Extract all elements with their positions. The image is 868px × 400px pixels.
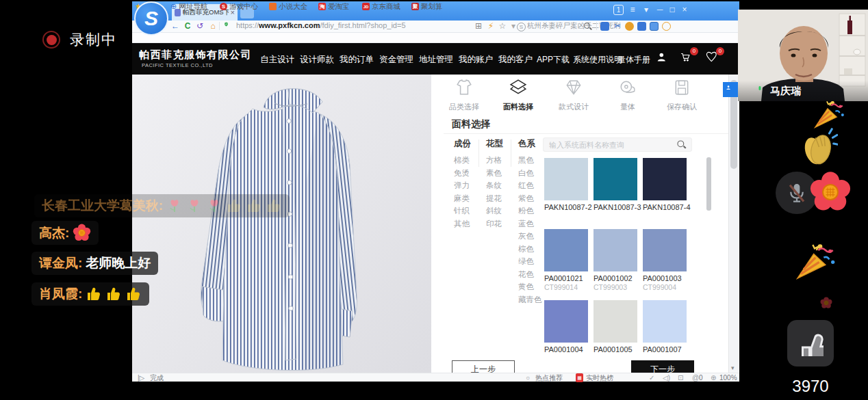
recording-dot-icon [42,31,60,49]
step-measure[interactable]: 量体 [600,79,655,112]
taobao-icon: 淘 [318,3,326,10]
filter-item[interactable]: 麻类 [454,192,471,205]
filter-item[interactable]: 红色 [518,179,542,192]
zoom-icon[interactable]: ⊕ [711,373,716,382]
nav-orders[interactable]: 我的订单 [340,54,374,66]
fabric-list-scrollbar[interactable] [706,157,711,211]
bookmark-games[interactable]: S游戏中心 [220,1,258,12]
filter-item[interactable]: 绿色 [518,255,542,268]
key-icon[interactable] [625,22,634,31]
fabric-swatch[interactable]: PA0001007 [643,300,687,354]
home-icon[interactable]: ⌂ [207,20,218,33]
status-hot-recommend[interactable]: 热点推荐 [535,373,563,382]
bookmark-jd[interactable]: JD京东商城 [362,1,400,12]
company-logo[interactable]: 帕西菲克服饰有限公司 [139,49,252,62]
fabric-search-icon[interactable] [677,140,686,149]
filter-item[interactable]: 提花 [486,192,503,205]
nav-designer[interactable]: 设计师款 [300,54,334,66]
filter-item[interactable]: 藏青色 [518,293,542,306]
check-icon[interactable]: ✓ [649,373,654,382]
filter-item[interactable]: 方格 [486,154,503,167]
link-measure-guide[interactable]: 量体手册 [617,54,650,66]
box-icon[interactable]: ⊡ [678,373,683,382]
minimize-button[interactable]: ─ [654,5,666,14]
shirt-3d-viewer[interactable] [132,75,431,373]
user-icon[interactable] [656,51,669,65]
close-button[interactable]: × [678,5,691,14]
undo-icon[interactable]: ↺ [194,20,205,33]
browser-menu-icon[interactable]: ≡ [626,5,639,14]
thumbs-up-emoji [266,198,282,214]
link-manual[interactable]: 系统使用说明 [573,54,622,66]
filter-item[interactable]: 粉色 [518,204,542,217]
bookmark-juhuasuan[interactable]: 聚聚划算 [411,1,443,12]
nav-account[interactable]: 我的账户 [459,54,493,66]
filter-composition: 成份 棉类 免烫 弹力 麻类 针织 其他 [454,138,471,230]
filter-item[interactable]: 条纹 [486,179,503,192]
filter-item[interactable]: 针织 [454,204,471,217]
filter-item[interactable]: 免烫 [454,167,471,180]
fabric-swatch[interactable]: PA0001004 [544,300,588,354]
back-icon[interactable]: ← [170,20,181,33]
nav-funds[interactable]: 资金管理 [379,54,413,66]
fabric-swatch[interactable]: PA0001002 CT999003 [593,229,637,291]
speaker-icon[interactable]: ◁) [663,373,670,382]
step-fabric[interactable]: 面料选择 [491,79,546,112]
filter-item[interactable]: 灰色 [518,230,542,243]
qr-grid-icon[interactable]: ⊞ [473,20,484,33]
scroll-down-icon[interactable]: ▾ [731,364,735,371]
maximize-button[interactable]: □ [666,5,678,14]
refresh-icon[interactable]: C [182,20,193,33]
filter-item[interactable]: 蓝色 [518,217,542,230]
step-category[interactable]: 品类选择 [437,79,492,112]
bookmark-novels[interactable]: 小说大全 [269,1,307,12]
filter-item[interactable]: 花色 [518,268,542,281]
favorite-star-icon[interactable]: ☆ [497,20,508,33]
participant-badge[interactable] [723,82,738,97]
bookmark-taobao[interactable]: 淘爱淘宝 [318,1,350,12]
filter-item[interactable]: 印花 [486,217,503,230]
browser-window: S 帕西菲克OMS下单系统 × 1 ≡ ▾ ─ □ × ← C ↺ ⌂ http… [132,1,739,382]
calendar-icon[interactable] [637,22,646,31]
filter-item[interactable]: 紫色 [518,192,542,205]
filter-item[interactable]: 其他 [454,217,471,230]
filter-item[interactable]: 棉类 [454,154,471,167]
address-bar[interactable]: https://www.pxfkcn.com/fdiy_first.html?s… [236,21,406,29]
clock-icon[interactable] [662,22,671,31]
filter-item[interactable]: 弹力 [454,179,471,192]
thumbs-up-emoji [125,286,142,302]
security-shield-icon [224,22,233,31]
screenshot-scissors-icon[interactable]: ✂ [612,20,623,33]
nav-self-design[interactable]: 自主设计 [260,54,294,66]
like-button[interactable] [787,320,834,366]
step-style-design[interactable]: 款式设计 [546,79,601,112]
filter-item[interactable]: 白色 [518,167,542,180]
sidebar-login-icon[interactable] [600,22,609,31]
fabric-swatch[interactable]: PAKN10087-3 [593,158,637,211]
filter-item[interactable]: 黄色 [518,280,542,293]
step-save-confirm[interactable]: 保存确认 [654,79,709,112]
fabric-swatch[interactable]: PA0001003 CT999004 [643,229,687,291]
filter-item[interactable]: 棕色 [518,243,542,256]
fabric-swatch[interactable]: PA0001005 [593,300,637,354]
filter-item[interactable]: 素色 [486,167,503,180]
nav-customers[interactable]: 我的客户 [498,54,533,66]
mic-on-icon [756,85,767,97]
fabric-swatch[interactable]: PA0001021 CT999014 [544,229,588,291]
download-icon[interactable]: ▾ [640,5,652,14]
page-scrollbar[interactable]: ▾ [728,75,739,373]
tab-count-indicator[interactable]: 1 [613,5,624,15]
status-hot-list[interactable]: 实时热榜 [586,373,613,382]
sogou-browser-logo[interactable]: S [134,1,168,36]
fabric-swatch[interactable]: PAKN10087-2 [544,158,588,211]
filter-item[interactable]: 黑色 [518,154,542,167]
fabric-search-input[interactable] [549,141,674,149]
link-app-download[interactable]: APP下载 [537,54,570,66]
filter-item[interactable]: 斜纹 [486,204,503,217]
bookmark-nav[interactable]: ⊕网址导航 [170,1,207,12]
fabric-swatch[interactable]: PAKN10087-4 [643,158,687,211]
flash-icon[interactable]: ⚡ [485,20,496,33]
windows-icon[interactable] [650,22,659,31]
nav-address[interactable]: 地址管理 [419,54,453,66]
search-icon[interactable] [584,23,592,31]
